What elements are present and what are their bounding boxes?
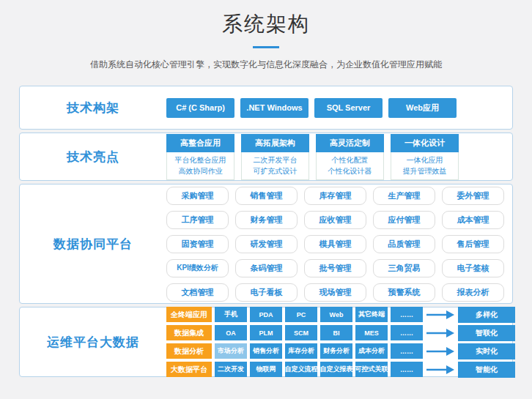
module-button[interactable]: 现场管理 <box>304 283 366 302</box>
ops-category[interactable]: 全终端应用 <box>166 307 212 322</box>
grid-row: 文档管理 电子看板 现场管理 预警系统 报表分析 <box>166 283 504 302</box>
data-platform-content: 采购管理 销售管理 库存管理 生产管理 委外管理 工序管理 财务管理 应收管理 … <box>166 187 512 302</box>
data-platform-label: 数据协同平台 <box>20 236 166 253</box>
ops-platform-label: 运维平台大数据 <box>20 334 166 351</box>
highlight-line: 个性化设计器 <box>317 165 383 176</box>
ops-item[interactable]: SCM <box>285 325 317 340</box>
highlight-line: 一体化应用 <box>391 154 458 165</box>
highlight-line: 平台化整合应用 <box>167 154 234 165</box>
module-button[interactable]: 委外管理 <box>442 187 504 205</box>
module-button[interactable]: 财务管理 <box>235 211 298 229</box>
tech-stack-content: C# (C Sharp) .NET Windows SQL Server Web… <box>166 98 512 118</box>
ops-row-integration: 数据集成 OA PLM SCM BI MES …… 智联化 <box>166 325 515 341</box>
module-button[interactable]: 文档管理 <box>166 283 229 302</box>
module-button[interactable]: 采购管理 <box>166 187 229 205</box>
module-button[interactable]: 库存管理 <box>304 187 366 205</box>
ops-item[interactable]: 市场分析 <box>215 343 247 359</box>
module-button[interactable]: 批号管理 <box>304 259 366 277</box>
ops-item[interactable]: 库存分析 <box>285 343 317 359</box>
module-button[interactable]: 工序管理 <box>166 211 229 229</box>
arrow-right-icon <box>426 346 455 357</box>
ops-item[interactable]: 手机 <box>215 307 247 322</box>
module-button[interactable]: 品质管理 <box>373 235 435 253</box>
highlight-card-body: 平台化整合应用 高效协同作业 <box>166 152 234 180</box>
highlight-card-title: 高拓展架构 <box>241 134 309 152</box>
module-button[interactable]: 预警系统 <box>373 283 435 302</box>
ops-category[interactable]: 大数据平台 <box>166 362 212 377</box>
tech-stack-item-web-app[interactable]: Web应用 <box>388 98 457 118</box>
ops-row-bigdata: 大数据平台 二次开发 物联网 自定义流程 自定义报表 可控式关联 …… 智能化 <box>166 362 515 378</box>
tech-stack-item-net-windows[interactable]: .NET Windows <box>240 98 309 118</box>
module-button[interactable]: 应收管理 <box>304 211 366 229</box>
ops-item[interactable]: OA <box>215 325 247 340</box>
ops-item[interactable]: 其它终端 <box>355 307 388 322</box>
ops-item[interactable]: PLM <box>250 325 282 340</box>
highlight-card-body: 一体化应用 提升管理效益 <box>391 152 459 180</box>
ops-result[interactable]: 实时化 <box>458 343 515 359</box>
module-button[interactable]: 电子签核 <box>442 259 504 277</box>
highlights-panel: 技术亮点 高整合应用 平台化整合应用 高效协同作业 高拓展架构 二次开发平台 可… <box>19 133 513 181</box>
ops-item[interactable]: BI <box>320 325 352 340</box>
ops-item[interactable]: 可控式关联 <box>355 362 388 377</box>
page-title: 系统架构 <box>0 10 532 38</box>
highlight-card-body: 个性化配置 个性化设计器 <box>316 152 384 180</box>
module-button[interactable]: 三角贸易 <box>373 259 435 277</box>
grid-row: 固资管理 研发管理 模具管理 品质管理 售后管理 <box>166 235 504 253</box>
module-button[interactable]: 应付管理 <box>373 211 435 229</box>
module-button[interactable]: 模具管理 <box>304 235 366 253</box>
highlight-line: 提升管理效益 <box>391 165 458 176</box>
arrow-right-icon <box>426 365 455 375</box>
tech-stack-item-sql-server[interactable]: SQL Server <box>314 98 383 118</box>
highlight-line: 二次开发平台 <box>242 154 309 165</box>
ops-item[interactable]: 物联网 <box>250 362 282 377</box>
module-button[interactable]: 销售管理 <box>235 187 298 205</box>
module-button[interactable]: 生产管理 <box>373 187 435 205</box>
system-architecture-page: 系统架构 借助系统自动化核心管理引擎，实现数字化与信息化深度融合，为企业数值化管… <box>0 0 532 377</box>
grid-row: 采购管理 销售管理 库存管理 生产管理 委外管理 <box>166 187 504 205</box>
ops-platform-panel: 运维平台大数据 全终端应用 手机 PDA PC Web 其它终端 …… 多样化 … <box>19 307 513 377</box>
highlight-card: 高拓展架构 二次开发平台 可扩充式设计 <box>241 134 309 180</box>
ops-item[interactable]: PDA <box>250 307 282 322</box>
ops-row-terminals: 全终端应用 手机 PDA PC Web 其它终端 …… 多样化 <box>166 307 515 323</box>
highlight-card-title: 高整合应用 <box>166 134 234 152</box>
ops-item[interactable]: MES <box>355 325 388 340</box>
ops-category[interactable]: 数据分析 <box>166 343 212 359</box>
ops-item[interactable]: 自定义报表 <box>320 362 352 377</box>
tech-stack-item-csharp[interactable]: C# (C Sharp) <box>166 98 234 118</box>
data-platform-panel: 数据协同平台 采购管理 销售管理 库存管理 生产管理 委外管理 工序管理 财务管… <box>19 184 513 304</box>
ops-item[interactable]: 二次开发 <box>215 362 247 377</box>
module-button[interactable]: 报表分析 <box>442 283 504 302</box>
module-button[interactable]: 固资管理 <box>166 235 229 253</box>
ops-item[interactable]: 财务分析 <box>320 343 352 359</box>
highlight-card: 高灵活定制 个性化配置 个性化设计器 <box>316 134 384 180</box>
ops-result[interactable]: 智联化 <box>458 325 515 341</box>
ops-result[interactable]: 智能化 <box>458 362 515 378</box>
ops-item[interactable]: Web <box>320 307 352 322</box>
module-button[interactable]: 条码管理 <box>235 259 298 277</box>
highlight-card-title: 一体化设计 <box>391 134 459 152</box>
highlight-line: 高效协同作业 <box>167 165 234 176</box>
module-button[interactable]: 电子看板 <box>235 283 298 302</box>
ops-item[interactable]: 成本分析 <box>355 343 388 359</box>
ops-item[interactable]: 自定义流程 <box>285 362 317 377</box>
module-button[interactable]: KPI绩效分析 <box>166 259 229 277</box>
arrow-right-icon <box>426 328 455 338</box>
grid-row: KPI绩效分析 条码管理 批号管理 三角贸易 电子签核 <box>166 259 504 277</box>
highlight-card-title: 高灵活定制 <box>316 134 384 152</box>
highlights-label: 技术亮点 <box>20 149 166 165</box>
highlight-line: 可扩充式设计 <box>242 165 309 176</box>
ops-item[interactable]: PC <box>285 307 317 322</box>
module-button[interactable]: 售后管理 <box>442 235 504 253</box>
module-button[interactable]: 成本管理 <box>442 211 504 229</box>
ops-item[interactable]: 销售分析 <box>250 343 282 359</box>
ops-row-analysis: 数据分析 市场分析 销售分析 库存分析 财务分析 成本分析 …… 实时化 <box>166 343 515 359</box>
ops-item-ellipsis[interactable]: …… <box>391 325 423 340</box>
ops-category[interactable]: 数据集成 <box>166 325 212 340</box>
ops-item-ellipsis[interactable]: …… <box>391 343 423 359</box>
tech-stack-panel: 技术构架 C# (C Sharp) .NET Windows SQL Serve… <box>19 86 513 130</box>
ops-item-ellipsis[interactable]: …… <box>391 362 423 377</box>
highlights-content: 高整合应用 平台化整合应用 高效协同作业 高拓展架构 二次开发平台 可扩充式设计… <box>166 134 512 180</box>
module-button[interactable]: 研发管理 <box>235 235 298 253</box>
ops-item-ellipsis[interactable]: …… <box>391 307 423 322</box>
ops-result[interactable]: 多样化 <box>458 307 515 323</box>
